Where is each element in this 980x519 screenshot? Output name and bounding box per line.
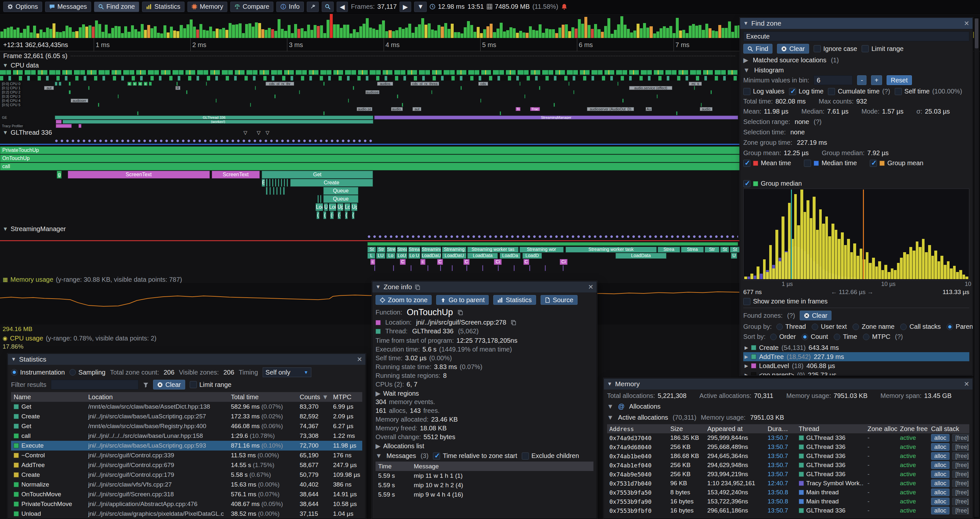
- clear-button[interactable]: Clear: [777, 44, 809, 54]
- frame-bar[interactable]: [336, 24, 339, 38]
- timeline-zone[interactable]: Streaming worker task: [566, 247, 657, 252]
- frame-bar[interactable]: [92, 27, 95, 38]
- statistics-table-row[interactable]: Normalize jni/../jni/src/claw/vfs/Vfs.cp…: [11, 480, 362, 489]
- statistics-table-row[interactable]: Unload jni/../jni/src/claw/graphics/pixe…: [11, 509, 362, 519]
- frame-bar[interactable]: [379, 24, 382, 38]
- timeline-zone[interactable]: Lo U: [408, 253, 421, 259]
- frame-bar[interactable]: [206, 30, 209, 38]
- collapse-icon[interactable]: ▼: [743, 67, 750, 74]
- timeline-zone[interactable]: Get: [262, 171, 373, 179]
- frame-bar[interactable]: [467, 21, 470, 38]
- timeline-zone[interactable]: [266, 187, 267, 195]
- frame-bar[interactable]: [288, 25, 291, 38]
- timeline-zone[interactable]: [353, 86, 354, 90]
- copy-icon[interactable]: [511, 320, 516, 325]
- timeline-zone[interactable]: [281, 179, 282, 187]
- timeline-zone[interactable]: Strea: [681, 247, 704, 252]
- statistics-table-row[interactable]: Create jni/../jni/src/claw/base/LuaScrip…: [11, 412, 362, 421]
- frame-bar[interactable]: [565, 24, 568, 38]
- timeline-zone[interactable]: aut: [412, 107, 421, 111]
- frame-bar[interactable]: [392, 31, 395, 38]
- frame-bar[interactable]: [20, 33, 23, 38]
- timeline-zone[interactable]: [539, 86, 540, 90]
- timeline-zone[interactable]: [98, 103, 99, 107]
- frame-bar[interactable]: [539, 24, 542, 38]
- frame-bar[interactable]: [177, 31, 179, 38]
- frame-bar[interactable]: [425, 25, 427, 38]
- frame-bar[interactable]: [62, 31, 65, 38]
- memory-usage-header[interactable]: ▦Memory usage(y-range: 30.88 KB, visible…: [3, 276, 182, 283]
- timeline-zone[interactable]: [287, 179, 288, 187]
- frame-bar[interactable]: [375, 30, 379, 38]
- frame-bar[interactable]: [649, 26, 652, 38]
- free-callstack-button[interactable]: [free]: [952, 443, 969, 451]
- collapse-icon[interactable]: ▼: [3, 62, 8, 69]
- timeline-zone[interactable]: [266, 179, 267, 187]
- memory-usage-graph[interactable]: [0, 283, 740, 324]
- timeline-zone[interactable]: (=: [330, 211, 333, 219]
- close-icon[interactable]: ✕: [357, 355, 362, 363]
- memory-table-row[interactable]: 0x7553b9fa90 16 bytes 153,722,396ns 13:5…: [607, 497, 969, 506]
- timeline-zone[interactable]: [56, 120, 62, 124]
- timeline-zone[interactable]: audiose: [366, 90, 379, 94]
- frame-bar[interactable]: [124, 26, 127, 38]
- timeline-zone[interactable]: LoadD: [522, 253, 542, 259]
- frame-bar[interactable]: [326, 20, 329, 38]
- frame-bar[interactable]: [164, 25, 166, 38]
- frame-bar[interactable]: [49, 29, 52, 38]
- frame-bar[interactable]: [604, 26, 607, 38]
- frame-bar[interactable]: [372, 29, 375, 38]
- timeline-zone[interactable]: cds_ol_rx_thr: [266, 82, 294, 86]
- timeline-zone[interactable]: [55, 82, 57, 86]
- memory-table-row[interactable]: 0x7553b9fa50 8 bytes 153,492,240ns 13:50…: [607, 488, 969, 497]
- frame-bar[interactable]: [248, 23, 251, 38]
- timeline-zone[interactable]: [480, 99, 482, 102]
- frame-bar[interactable]: [310, 30, 313, 38]
- frame-bar[interactable]: [356, 32, 359, 38]
- timeline-zone[interactable]: audio: [700, 107, 713, 111]
- filter-input[interactable]: [51, 380, 138, 390]
- frame-bar[interactable]: [506, 30, 509, 38]
- timing-select[interactable]: Self only▼: [262, 367, 311, 377]
- frame-bar[interactable]: [105, 25, 108, 38]
- frame-bar[interactable]: [718, 25, 721, 38]
- memory-table-row[interactable]: 0x74ab1ef040 256 KB 294,629,948ns 13:50.…: [607, 461, 969, 469]
- timeline-zone[interactable]: [545, 265, 546, 271]
- frame-bar[interactable]: [359, 26, 362, 38]
- timeline-zone[interactable]: [78, 124, 81, 128]
- frame-bar[interactable]: [624, 25, 627, 38]
- find-zone-search-input[interactable]: [743, 32, 969, 41]
- frame-bar[interactable]: [313, 25, 317, 38]
- timeline-zone[interactable]: [482, 265, 483, 271]
- expand-icon[interactable]: ▶: [745, 345, 748, 350]
- frame-bar[interactable]: [653, 34, 656, 38]
- timeline-zone[interactable]: [427, 265, 428, 271]
- timeline-zone[interactable]: Str: [705, 247, 719, 252]
- memory-button[interactable]: Memory: [188, 2, 228, 12]
- frame-bar[interactable]: [601, 32, 604, 38]
- cpu-usage-header[interactable]: ◉CPU usage(y-range: 0.78%, visible data …: [3, 335, 156, 342]
- frame-bar[interactable]: [284, 31, 287, 38]
- zoom-to-zone-button[interactable]: Zoom to zone: [375, 295, 432, 305]
- frame-bar[interactable]: [643, 23, 646, 38]
- expand-icon[interactable]: ▶: [745, 354, 748, 359]
- message-row[interactable]: 5.59 smip 11 w 1 h 1 (1): [375, 471, 593, 481]
- timeline-zone[interactable]: [676, 111, 678, 115]
- frame-bar[interactable]: [483, 29, 486, 38]
- zone-source-button[interactable]: Source: [541, 295, 578, 305]
- limit-range-checkbox[interactable]: Limit range: [862, 45, 904, 53]
- expand-icon[interactable]: ▶: [375, 442, 380, 450]
- frame-bar[interactable]: [676, 18, 679, 38]
- scrollbar-thumb[interactable]: [975, 19, 978, 48]
- timeline-zone[interactable]: audio.: [391, 107, 403, 111]
- frame-bar[interactable]: [679, 30, 682, 38]
- statistics-table-header[interactable]: Name Location Total time Counts ▼ MTPC: [11, 392, 362, 402]
- frame-bar[interactable]: [89, 25, 91, 38]
- frame-bar[interactable]: [79, 27, 82, 38]
- frame-bar[interactable]: [545, 29, 548, 38]
- frame-bar[interactable]: [630, 32, 633, 38]
- messages-button[interactable]: Messages: [45, 2, 91, 12]
- frame-bar[interactable]: [369, 27, 372, 38]
- frame-bar[interactable]: [245, 24, 248, 38]
- frame-bar[interactable]: [571, 27, 574, 38]
